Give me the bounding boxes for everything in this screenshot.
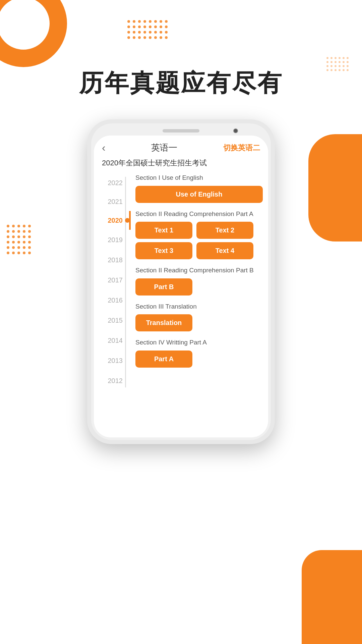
parta-button[interactable]: Part A	[135, 351, 192, 368]
app-header: ‹ 英语一 切换英语二	[94, 136, 268, 157]
year-2013[interactable]: 2013	[108, 351, 123, 371]
use-of-english-button[interactable]: Use of English	[135, 186, 263, 203]
year-2017[interactable]: 2017	[108, 270, 123, 290]
back-button[interactable]: ‹	[102, 142, 106, 154]
section4-label: Section IV Writting Part A	[135, 338, 263, 347]
section2a-row1: Text 1 Text 2	[135, 222, 263, 239]
phone-camera	[233, 128, 238, 133]
switch-button[interactable]: 切换英语二	[223, 143, 260, 153]
main-title: 历年真题应有尽有	[0, 0, 362, 99]
year-2021[interactable]: 2021	[108, 192, 123, 211]
text4-button[interactable]: Text 4	[196, 242, 253, 259]
phone-mockup: ‹ 英语一 切换英语二 2020年全国硕士研究生招生考试 2022	[0, 119, 362, 444]
section4-btn-row: Part A	[135, 351, 263, 368]
phone-outer-frame: ‹ 英语一 切换英语二 2020年全国硕士研究生招生考试 2022	[87, 119, 275, 444]
section2b-label: Section II Reading Comprehension Part B	[135, 266, 263, 275]
section-translation: Section III Translation Translation	[135, 302, 263, 332]
partb-button[interactable]: Part B	[135, 278, 192, 296]
section2a-row2: Text 3 Text 4	[135, 242, 263, 259]
phone-inner-frame: ‹ 英语一 切换英语二 2020年全国硕士研究生招生考试 2022	[91, 123, 271, 440]
timeline-years: 2022 2021 2020	[94, 173, 127, 391]
year-2015[interactable]: 2015	[108, 310, 123, 330]
year-2018[interactable]: 2018	[108, 250, 123, 270]
section-reading-partb: Section II Reading Comprehension Part B …	[135, 266, 263, 296]
section3-btn-row: Translation	[135, 314, 263, 331]
timeline-layout: 2022 2021 2020	[94, 173, 268, 397]
year-2019[interactable]: 2019	[108, 230, 123, 250]
sections-content: Section I Use of English Use of English …	[127, 173, 268, 391]
year-2014[interactable]: 2014	[108, 330, 123, 351]
text1-button[interactable]: Text 1	[135, 222, 192, 239]
section3-label: Section III Translation	[135, 302, 263, 311]
exam-subtitle: 2020年全国硕士研究生招生考试	[94, 157, 268, 173]
translation-button[interactable]: Translation	[135, 314, 192, 331]
phone-screen: ‹ 英语一 切换英语二 2020年全国硕士研究生招生考试 2022	[94, 136, 268, 437]
year-2016[interactable]: 2016	[108, 290, 123, 310]
year-2020-bar	[129, 211, 131, 230]
app-title: 英语一	[151, 142, 177, 154]
phone-speaker	[163, 129, 199, 132]
year-2012[interactable]: 2012	[108, 371, 123, 391]
section-use-of-english: Section I Use of English Use of English	[135, 173, 263, 203]
section2a-label: Section II Reading Comprehension Part A	[135, 210, 263, 219]
year-2022[interactable]: 2022	[108, 173, 123, 192]
section-reading-parta: Section II Reading Comprehension Part A …	[135, 210, 263, 260]
section1-btn-row: Use of English	[135, 186, 263, 203]
text2-button[interactable]: Text 2	[196, 222, 253, 239]
section-writing-parta: Section IV Writting Part A Part A	[135, 338, 263, 368]
section2b-btn-row: Part B	[135, 278, 263, 296]
timeline-line	[125, 177, 126, 387]
year-2020[interactable]: 2020	[108, 211, 123, 230]
text3-button[interactable]: Text 3	[135, 242, 192, 259]
section1-label: Section I Use of English	[135, 173, 263, 182]
phone-notch	[94, 126, 268, 136]
decorative-orange-bottom-right	[302, 550, 362, 644]
